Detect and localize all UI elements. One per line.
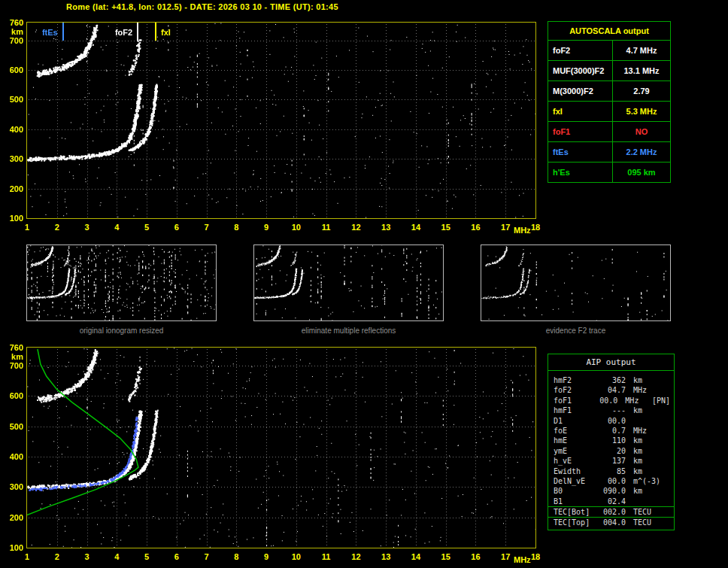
param-unit: TECU xyxy=(626,507,663,517)
x-tick-label: 10 xyxy=(289,223,304,232)
x-tick-label: 15 xyxy=(438,223,453,232)
x-tick-label: 4 xyxy=(109,223,124,232)
thumbnail-eliminate-reflections xyxy=(253,245,444,321)
thumbnail-original-ionogram xyxy=(26,245,217,321)
y-tick-label: 100 xyxy=(4,543,23,552)
aip-row-b1: B102.4 xyxy=(548,497,674,506)
autoscala-table-title: AUTOSCALA output xyxy=(548,22,670,41)
x-tick-label: 8 xyxy=(229,223,244,232)
x-tick-label: 12 xyxy=(348,552,363,561)
param-value: 090.0 xyxy=(599,486,626,496)
param-label: foE xyxy=(554,426,599,436)
x-tick-label: 10 xyxy=(289,552,304,561)
param-extra: [PN] xyxy=(652,396,674,405)
autoscala-screen: Rome (lat: +41.8, lon: 012.5) - DATE: 20… xyxy=(0,0,728,568)
aip-row-d1: D100.0 xyxy=(548,416,674,426)
x-tick-label: 8 xyxy=(229,552,244,561)
aip-row-tec-bot-: TEC[Bot]002.0TECU xyxy=(548,506,674,517)
y-tick-label: 600 xyxy=(4,391,23,400)
param-value: 04.7 xyxy=(599,385,626,395)
y-tick-label: 700 xyxy=(4,361,23,370)
param-value: 00.0 xyxy=(599,476,626,486)
x-tick-label: 11 xyxy=(319,223,334,232)
param-extra xyxy=(663,446,674,456)
param-unit xyxy=(626,497,663,506)
param-unit: km xyxy=(626,375,663,385)
param-value: 095 km xyxy=(613,163,670,182)
param-label: h'Es xyxy=(548,163,613,182)
param-value: 85 xyxy=(599,466,626,476)
param-extra xyxy=(663,476,674,486)
x-axis-unit-label: MHz xyxy=(514,555,531,564)
x-tick-label: 9 xyxy=(259,552,274,561)
param-label: fxI xyxy=(548,102,613,121)
aip-row-hmf1: hmF1---km xyxy=(548,405,674,415)
x-tick-label: 1 xyxy=(20,552,35,561)
y-tick-label: 500 xyxy=(4,95,23,104)
bottom-ionogram-canvas xyxy=(27,348,535,548)
param-label: foF2 xyxy=(554,385,599,395)
param-extra xyxy=(663,497,674,506)
param-extra xyxy=(663,375,674,385)
frequency-marker-label-fof2: foF2 xyxy=(115,28,132,37)
top-ionogram-plot xyxy=(26,22,536,219)
param-value: NO xyxy=(613,122,670,141)
param-label: hmF2 xyxy=(554,375,599,385)
x-tick-label: 13 xyxy=(378,552,393,561)
y-tick-label: 200 xyxy=(4,513,23,522)
param-value: 002.0 xyxy=(599,507,626,517)
param-label: TEC[Bot] xyxy=(554,507,599,517)
thumbnail-original-canvas xyxy=(27,245,216,320)
param-unit: MHz xyxy=(617,396,652,405)
param-extra xyxy=(663,436,674,445)
thumbnail-evidence-f2 xyxy=(481,245,671,321)
x-tick-label: 12 xyxy=(348,223,363,232)
param-value: 13.1 MHz xyxy=(613,61,670,80)
autoscala-row-m-3000-f2: M(3000)F22.79 xyxy=(548,81,670,102)
x-tick-label: 13 xyxy=(378,223,393,232)
x-tick-label: 1 xyxy=(20,223,35,232)
top-ionogram-canvas xyxy=(27,23,535,218)
aip-table-rows: hmF2362kmfoF204.7MHzfoF100.0MHz[PN]hmF1-… xyxy=(548,371,674,530)
param-label: ymE xyxy=(554,446,599,456)
aip-output-table: AIP output hmF2362kmfoF204.7MHzfoF100.0M… xyxy=(548,354,675,530)
x-tick-label: 16 xyxy=(468,223,483,232)
x-tick-label: 3 xyxy=(80,223,95,232)
param-unit: km xyxy=(626,466,663,476)
aip-row-b0: B0090.0km xyxy=(548,486,674,496)
param-unit xyxy=(626,416,663,426)
thumbnail-caption-evidence: evidence F2 trace xyxy=(481,327,671,335)
y-axis-unit-label: km xyxy=(4,352,23,361)
param-unit: MHz xyxy=(626,426,663,436)
x-tick-label: 11 xyxy=(319,552,334,561)
x-tick-label: 2 xyxy=(50,552,65,561)
param-unit: km xyxy=(626,456,663,466)
param-label: hmF1 xyxy=(554,405,599,415)
param-label: h_vE xyxy=(554,456,599,466)
param-value: 2.2 MHz xyxy=(613,142,670,162)
x-tick-label: 15 xyxy=(438,552,453,561)
param-value: 362 xyxy=(599,375,626,385)
param-value: 0.7 xyxy=(599,426,626,436)
x-tick-label: 5 xyxy=(139,552,154,561)
autoscala-row-fof2: foF24.7 MHz xyxy=(548,41,670,61)
param-label: D1 xyxy=(554,416,599,426)
autoscala-output-table: AUTOSCALA output foF24.7 MHzMUF(3000)F21… xyxy=(548,21,671,183)
param-value: 00.0 xyxy=(599,416,626,426)
thumbnail-evidence-canvas xyxy=(481,245,670,320)
x-tick-label: 7 xyxy=(199,223,214,232)
param-unit: km xyxy=(626,446,663,456)
x-tick-label: 2 xyxy=(50,223,65,232)
param-value: 110 xyxy=(599,436,626,445)
param-value: 2.79 xyxy=(613,81,670,101)
param-value: 137 xyxy=(599,456,626,466)
x-tick-label: 17 xyxy=(498,552,513,561)
y-tick-label: 300 xyxy=(4,482,23,491)
param-label: Ewidth xyxy=(554,466,599,476)
y-tick-label: 760 xyxy=(4,343,23,352)
thumbnail-caption-eliminate: eliminate multiple reflections xyxy=(253,327,444,335)
param-unit: km xyxy=(626,405,663,415)
autoscala-row-fof1: foF1NO xyxy=(548,122,670,142)
x-tick-label: 14 xyxy=(408,552,423,561)
param-label: B0 xyxy=(554,486,599,496)
